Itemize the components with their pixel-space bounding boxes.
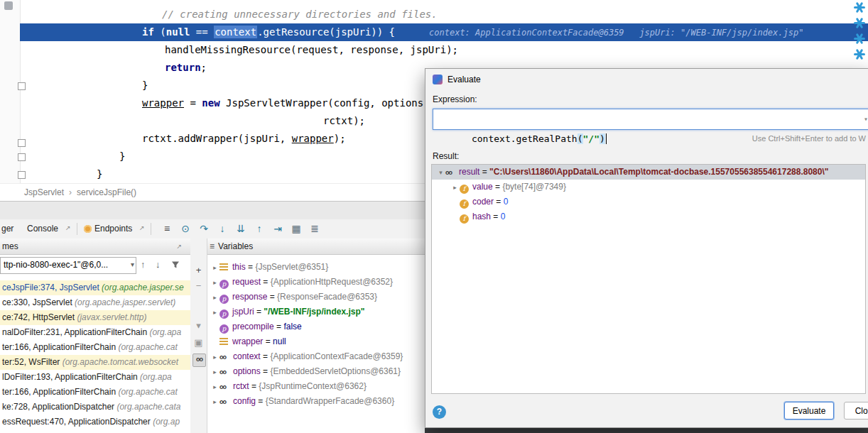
breadcrumb-item-method[interactable]: serviceJspFile()	[77, 187, 136, 197]
code-token: rctxt);	[323, 115, 365, 126]
settings-menu-icon[interactable]: ≡	[158, 221, 176, 236]
show-watches-icon[interactable]: oo	[192, 353, 206, 367]
variable-row[interactable]: ▸prequest = {ApplicationHttpRequest@6352…	[207, 275, 425, 290]
variable-name: jspUri	[232, 307, 254, 317]
variable-value: 0	[504, 197, 509, 207]
frame-row[interactable]: ter:166, ApplicationFilterChain (org.apa…	[0, 340, 190, 355]
frame-row[interactable]: nalDoFilter:231, ApplicationFilterChain …	[0, 325, 190, 340]
tab-console[interactable]: Console	[27, 224, 58, 234]
variable-row[interactable]: fcoder = 0	[432, 194, 865, 209]
watch-glasses-icon: oo	[219, 365, 231, 379]
expand-chevron-icon[interactable]: ▸	[210, 350, 219, 364]
variable-row[interactable]: ▸pjspUri = "/WEB-INF/jsp/index.jsp"	[207, 305, 425, 319]
variable-row[interactable]: ▸this = {JspServlet@6351}	[207, 260, 425, 275]
help-icon[interactable]: ?	[433, 405, 446, 419]
fold-marker-icon[interactable]	[18, 153, 26, 161]
close-button[interactable]: Close	[844, 402, 868, 420]
show-execution-point-icon[interactable]: ⊙	[176, 221, 195, 236]
variable-name: coder	[472, 197, 494, 207]
pin-icon[interactable]: ↗	[139, 224, 145, 231]
variable-row[interactable]: ▸ooconfig = {StandardWrapperFacade@6360}	[207, 394, 425, 409]
chevron-down-icon[interactable]: ▾	[131, 258, 134, 272]
expand-chevron-icon[interactable]: ▸	[210, 365, 219, 379]
code-token: JspServletWrapper(config, options,	[220, 97, 430, 109]
frame-package: (org.ap	[153, 417, 180, 427]
variable-row[interactable]: fhash = 0	[432, 209, 865, 224]
gear-mark-icon[interactable]	[854, 33, 865, 44]
frame-row[interactable]: ce:742, HttpServlet (javax.servlet.http)	[0, 310, 190, 325]
next-frame-icon[interactable]: ↓	[156, 259, 161, 270]
evaluate-button[interactable]: Evaluate	[784, 402, 834, 420]
code-token: new	[202, 97, 219, 109]
tab-endpoints[interactable]: Endpoints	[94, 224, 132, 234]
frame-row[interactable]: ter:52, WsFilter (org.apache.tomcat.webs…	[0, 355, 190, 370]
expand-chevron-icon[interactable]: ▸	[210, 395, 219, 409]
thread-selector[interactable]: ttp-nio-8080-exec-1"@6,0... ▾	[0, 257, 136, 274]
gear-mark-icon[interactable]	[854, 17, 865, 28]
expand-chevron-icon[interactable]: ▸	[210, 305, 219, 319]
fold-marker-icon[interactable]	[18, 171, 26, 179]
fold-marker-icon[interactable]	[18, 82, 26, 90]
equals-sign: =	[491, 212, 501, 221]
frame-row[interactable]: lDoFilter:193, ApplicationFilterChain (o…	[0, 370, 190, 385]
expression-input[interactable]: context.getRealPath("/") ▾	[433, 109, 868, 130]
duplicate-node-icon[interactable]: ▣	[192, 336, 205, 349]
parameter-icon: p	[219, 295, 229, 304]
variable-row[interactable]: ▸oocontext = {ApplicationContextFacade@6…	[207, 349, 425, 364]
previous-frame-icon[interactable]: ↑	[141, 259, 146, 270]
variables-side-toolbar: +−▾▣oo	[190, 239, 207, 433]
code-token: rctxt.addWrapper(jspUri,	[142, 133, 292, 144]
equals-sign: =	[261, 366, 271, 376]
step-out-icon[interactable]: ↑	[250, 221, 268, 236]
add-watch-icon[interactable]: +	[192, 264, 205, 276]
expand-chevron-icon[interactable]: ▸	[210, 275, 219, 290]
remove-watch-icon[interactable]: −	[192, 280, 205, 292]
frame-row[interactable]: ce:330, JspServlet (org.apache.jasper.se…	[0, 295, 190, 310]
chevron-down-icon[interactable]: ▾	[864, 109, 868, 129]
expand-chevron-icon[interactable]: ▸	[450, 180, 460, 194]
result-row[interactable]: ▾ooresult = "C:\Users\11860\AppData\Loca…	[432, 165, 865, 180]
frame-location: lDoFilter:193, ApplicationFilterChain	[2, 372, 140, 382]
code-line: return;	[165, 59, 207, 77]
collapse-chevron-icon[interactable]: ▾	[436, 165, 445, 180]
frame-row[interactable]: ke:728, ApplicationDispatcher (org.apach…	[0, 400, 190, 415]
frame-row[interactable]: essRequest:470, ApplicationDispatcher (o…	[0, 415, 190, 429]
frame-package: (org.apa	[140, 372, 172, 382]
code-token: // creating unnecessary directories and …	[162, 9, 438, 20]
fold-marker-icon[interactable]	[18, 139, 26, 147]
code-token: wrapper	[142, 97, 184, 109]
dialog-titlebar[interactable]: Evaluate	[425, 69, 868, 90]
run-to-cursor-icon[interactable]: ⇥	[268, 221, 287, 236]
variable-row[interactable]: wrapper = null	[207, 334, 425, 349]
pin-icon[interactable]: ↗	[65, 224, 71, 231]
result-tree: ▾ooresult = "C:\Users\11860\AppData\Loca…	[431, 164, 866, 394]
variable-row[interactable]: ▸presponse = {ResponseFacade@6353}	[207, 290, 425, 305]
scroll-down-icon[interactable]: ▾	[192, 319, 205, 331]
menu-icon[interactable]: ≡	[210, 241, 215, 251]
variable-value: {byte[74]@7349}	[502, 182, 566, 192]
gear-mark-icon[interactable]	[854, 48, 865, 60]
expand-chevron-icon[interactable]: ▸	[210, 261, 219, 275]
code-token: wrapper	[292, 133, 334, 144]
breadcrumb-item-class[interactable]: JspServlet	[24, 187, 64, 197]
expand-chevron-icon[interactable]: ▸	[210, 380, 219, 394]
code-token: return	[165, 62, 201, 73]
code-token: ==	[190, 26, 214, 38]
step-into-icon[interactable]: ↓	[213, 221, 232, 236]
variable-row[interactable]: pprecompile = false	[207, 319, 425, 334]
variable-row[interactable]: ▸oorctxt = {JspRuntimeContext@6362}	[207, 379, 425, 394]
equals-sign: =	[494, 197, 504, 207]
pin-icon[interactable]: ↗	[176, 239, 182, 254]
expand-chevron-icon[interactable]: ▸	[210, 290, 219, 305]
tab-debugger[interactable]: ger	[1, 224, 13, 234]
view-rows-icon[interactable]: ≣	[305, 221, 324, 236]
filter-frames-icon[interactable]	[171, 261, 180, 271]
gear-mark-icon[interactable]	[854, 1, 865, 13]
variable-row[interactable]: ▸fvalue = {byte[74]@7349}	[432, 180, 865, 194]
view-grid-icon[interactable]: ▦	[287, 221, 305, 236]
variable-row[interactable]: ▸oooptions = {EmbeddedServletOptions@636…	[207, 364, 425, 379]
frame-row[interactable]: ceJspFile:374, JspServlet (org.apache.ja…	[0, 280, 190, 295]
frame-row[interactable]: ter:166, ApplicationFilterChain (org.apa…	[0, 385, 190, 400]
force-step-into-icon[interactable]: ⇊	[232, 221, 250, 236]
step-over-icon[interactable]: ↷	[195, 221, 213, 236]
